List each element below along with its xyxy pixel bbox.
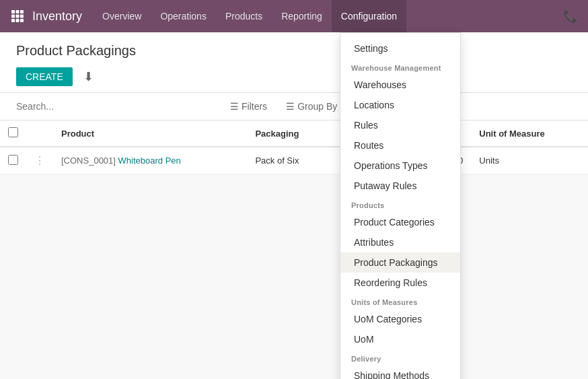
svg-rect-7	[16, 19, 20, 22]
search-input[interactable]	[16, 101, 218, 112]
svg-rect-4	[16, 15, 20, 18]
svg-rect-6	[11, 19, 15, 22]
svg-rect-1	[16, 10, 20, 13]
svg-rect-3	[11, 15, 15, 18]
nav-products[interactable]: Products	[216, 0, 272, 32]
export-button[interactable]: ⬇	[78, 67, 99, 87]
row-packaging-cell: Pack of Six	[247, 147, 332, 174]
top-nav: Inventory Overview Operations Products R…	[0, 0, 588, 32]
nav-operations[interactable]: Operations	[151, 0, 215, 32]
th-handle	[26, 120, 53, 147]
select-all-checkbox[interactable]	[8, 127, 18, 137]
table-row: ⋮ [CONS_0001] Whiteboard Pen Pack of Six…	[0, 147, 588, 174]
menu-item-operations-types[interactable]: Operations Types	[340, 156, 460, 174]
menu-item-rules[interactable]: Rules	[340, 115, 460, 135]
svg-rect-8	[20, 19, 24, 22]
row-checkbox[interactable]	[8, 155, 18, 165]
row-uom-cell: Units	[471, 147, 588, 174]
group-by-button[interactable]: ☰ Group By	[279, 98, 344, 114]
th-uom[interactable]: Unit of Measure	[471, 120, 588, 147]
menu-section-label: Warehouse Management	[340, 59, 460, 75]
filters-button[interactable]: ☰ Filters	[223, 98, 274, 114]
page-header: Product Packagings CREATE ⬇	[0, 32, 588, 93]
menu-item-locations[interactable]: Locations	[340, 95, 460, 115]
row-product-cell: [CONS_0001] Whiteboard Pen	[53, 147, 247, 174]
nav-configuration[interactable]: Configuration	[332, 0, 406, 32]
nav-reporting[interactable]: Reporting	[272, 0, 332, 32]
product-name-link[interactable]: Whiteboard Pen	[118, 156, 181, 166]
filters-label: Filters	[242, 101, 267, 112]
svg-rect-2	[20, 10, 24, 13]
svg-rect-5	[20, 15, 24, 18]
table-container: Product Packaging Contained Quantity Uni…	[0, 120, 588, 174]
page-title: Product Packagings	[16, 43, 572, 59]
packaging-value: Pack of Six	[255, 156, 299, 166]
svg-rect-0	[11, 10, 15, 13]
nav-overview[interactable]: Overview	[93, 0, 151, 32]
toolbar: CREATE ⬇	[16, 67, 572, 92]
grid-icon[interactable]	[5, 4, 30, 28]
row-handle-cell: ⋮	[26, 147, 53, 174]
th-packaging[interactable]: Packaging	[247, 120, 332, 147]
filter-icon: ☰	[230, 101, 239, 112]
drag-handle-icon[interactable]: ⋮	[34, 155, 45, 166]
filter-bar: ☰ Filters ☰ Group By ★ Favorites	[0, 93, 588, 120]
groupby-icon: ☰	[286, 101, 295, 112]
uom-value: Units	[479, 156, 499, 166]
data-table: Product Packaging Contained Quantity Uni…	[0, 120, 588, 174]
configuration-dropdown: SettingsWarehouse ManagementWarehousesLo…	[340, 32, 461, 174]
row-checkbox-cell	[0, 147, 26, 174]
menu-item-routes[interactable]: Routes	[340, 135, 460, 156]
app-brand: Inventory	[32, 9, 82, 24]
create-button[interactable]: CREATE	[16, 67, 73, 86]
product-ref: [CONS_0001]	[61, 156, 116, 166]
table-header-row: Product Packaging Contained Quantity Uni…	[0, 120, 588, 147]
nav-links: Overview Operations Products Reporting C…	[93, 0, 558, 32]
th-product[interactable]: Product	[53, 120, 247, 147]
menu-item-settings[interactable]: Settings	[340, 38, 460, 59]
phone-icon[interactable]: 📞	[558, 4, 583, 28]
th-checkbox	[0, 120, 26, 147]
menu-item-warehouses[interactable]: Warehouses	[340, 75, 460, 95]
groupby-label: Group By	[297, 101, 337, 112]
